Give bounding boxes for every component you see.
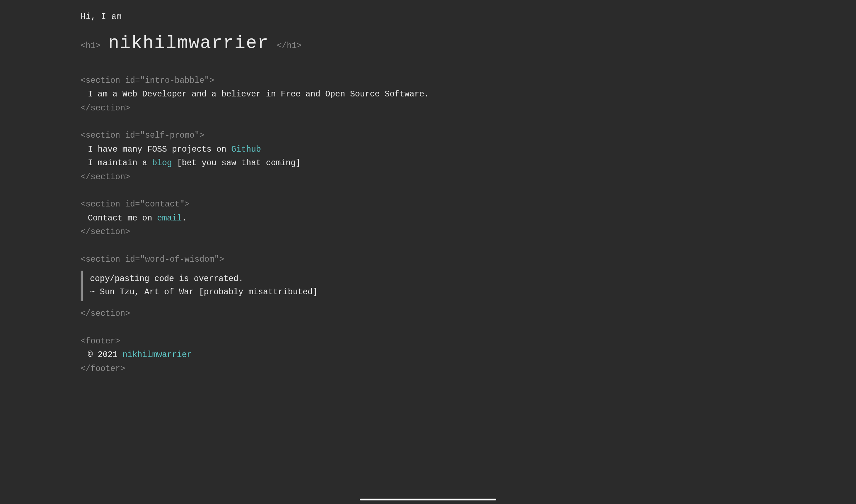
page-title: nikhilmwarrier	[108, 30, 269, 57]
quote-line-2: ~ Sun Tzu, Art of War [probably misattri…	[90, 286, 511, 299]
section-open-tag: <section id="intro-babble">	[81, 75, 511, 87]
heading-row: <h1> nikhilmwarrier </h1>	[81, 30, 511, 57]
self-promo-line1: I have many FOSS projects on Github	[81, 143, 511, 156]
footer-copyright: © 2021 nikhilmwarrier	[81, 349, 511, 361]
text-fragment: Contact me on	[88, 214, 157, 223]
text-fragment: [bet you saw that coming]	[172, 158, 301, 168]
section-close-tag: </section>	[81, 308, 511, 320]
footer-author-link[interactable]: nikhilmwarrier	[123, 350, 192, 360]
quote-line-1: copy/pasting code is overrated.	[90, 273, 511, 285]
section-close-tag: </section>	[81, 102, 511, 115]
section-open-tag: <section id="contact">	[81, 198, 511, 211]
blog-link[interactable]: blog	[152, 158, 172, 168]
h1-close-tag: </h1>	[277, 40, 301, 52]
text-fragment: © 2021	[88, 350, 123, 360]
wisdom-quote: copy/pasting code is overrated. ~ Sun Tz…	[81, 271, 511, 301]
footer-open-tag: <footer>	[81, 335, 511, 348]
text-fragment: I have many FOSS projects on	[88, 145, 231, 154]
text-fragment: .	[182, 214, 187, 223]
h1-open-tag: <h1>	[81, 40, 100, 52]
footer-close-tag: </footer>	[81, 363, 511, 375]
section-contact: <section id="contact"> Contact me on ema…	[81, 198, 511, 238]
section-close-tag: </section>	[81, 171, 511, 184]
section-intro-babble: <section id="intro-babble"> I am a Web D…	[81, 75, 511, 115]
contact-line: Contact me on email.	[81, 212, 511, 225]
email-link[interactable]: email	[157, 214, 182, 223]
section-close-tag: </section>	[81, 226, 511, 238]
section-self-promo: <section id="self-promo"> I have many FO…	[81, 129, 511, 183]
github-link[interactable]: Github	[231, 145, 261, 154]
intro-text: Hi, I am	[81, 11, 511, 23]
section-word-of-wisdom: <section id="word-of-wisdom"> copy/pasti…	[81, 253, 511, 320]
section-open-tag: <section id="self-promo">	[81, 129, 511, 142]
text-fragment: I maintain a	[88, 158, 152, 168]
page-container: Hi, I am <h1> nikhilmwarrier </h1> <sect…	[81, 11, 511, 375]
intro-babble-text: I am a Web Developer and a believer in F…	[81, 88, 511, 101]
footer-block: <footer> © 2021 nikhilmwarrier </footer>	[81, 335, 511, 375]
self-promo-line2: I maintain a blog [bet you saw that comi…	[81, 157, 511, 170]
section-open-tag: <section id="word-of-wisdom">	[81, 253, 511, 266]
